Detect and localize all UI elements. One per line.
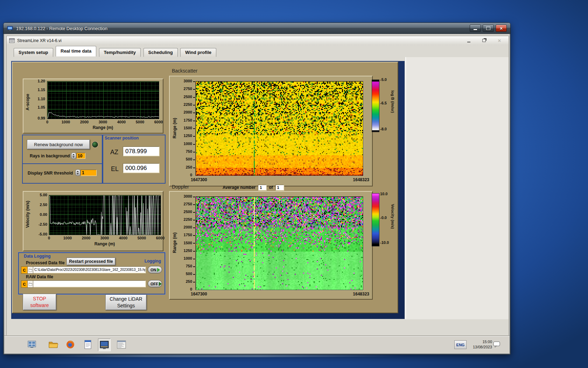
app-restore-button[interactable] (480, 38, 488, 43)
backscatter-tick-marks (193, 81, 195, 175)
y-tick-label: 2250 (177, 217, 192, 222)
raw-path-field[interactable] (33, 280, 146, 287)
el-value-field[interactable]: 000.096 (123, 163, 159, 173)
y-tick-label: 1.05 (30, 105, 45, 109)
taskbar-streamline-app-button[interactable] (98, 339, 111, 351)
average-number-row: Average number 1 of 1 (223, 185, 284, 190)
average-number-field[interactable]: 1 (258, 185, 266, 190)
backscatter-title: Backscatter (172, 68, 197, 74)
doppler-graph-frame: Range (m) 300027502500225020001750150012… (169, 191, 373, 300)
backscatter-cb-mid: -6.5 (380, 101, 387, 105)
processed-path-field[interactable]: C:\Lidar\Data\Proc\2023\202308\20230813\… (33, 266, 146, 273)
velocity-trace (49, 196, 161, 235)
velocity-y-axis-label: Velocity (m/s) (25, 200, 30, 228)
taskbar-clock[interactable]: 15:00 13/08/2023 (467, 339, 492, 350)
x-tick-label: 5000 (132, 120, 148, 124)
comment-bubble-icon (493, 341, 500, 348)
change-lidar-settings-button[interactable]: Change LiDAR Settings (105, 294, 147, 310)
y-tick-label: 3000 (177, 194, 192, 198)
backscatter-y-axis-label: Range (m) (172, 110, 177, 138)
processed-drive-selector[interactable]: C (21, 266, 28, 274)
processed-folder-browse-button[interactable] (27, 266, 33, 274)
y-tick-label: 5.00 (32, 193, 47, 197)
doppler-cb-mid: -0.0 (380, 216, 387, 220)
taskbar-show-desktop-button[interactable] (26, 339, 38, 350)
tab-wind-profile[interactable]: Wind profile (180, 48, 216, 57)
minimize-icon (474, 29, 477, 30)
y-tick-label: 1.10 (30, 97, 45, 101)
restart-processed-file-button[interactable]: Restart processed file (66, 258, 115, 265)
stop-software-button[interactable]: STOP software (23, 294, 56, 310)
y-tick-label: 1750 (177, 118, 192, 122)
clock-date: 13/08/2023 (467, 345, 492, 350)
close-icon: × (500, 26, 503, 31)
raw-folder-browse-button[interactable] (27, 280, 33, 288)
desktop-light-streak (31, 355, 410, 357)
processed-data-file-label: Processed Data file (26, 260, 65, 265)
taskbar-explorer-button[interactable] (47, 339, 59, 350)
app-titlebar[interactable]: StreamLine XR v14-6.vi × (7, 36, 509, 46)
rdp-maximize-button[interactable] (483, 25, 494, 32)
ascope-graph-frame: A-scope 1.201.151.101.050.99 01000200030… (23, 79, 163, 134)
taskbar-scan-scheduler-button[interactable] (115, 339, 127, 350)
backscatter-y-ticks: 3000275025002250200017501500125010007505… (177, 81, 192, 175)
y-tick-label: 1750 (177, 233, 192, 237)
taskbar-notification-button[interactable] (493, 341, 500, 348)
snr-spinner[interactable] (75, 169, 80, 176)
rdp-close-button[interactable]: × (496, 25, 507, 32)
ascope-y-ticks: 1.201.151.101.050.99 (30, 81, 45, 118)
taskbar-firefox-button[interactable] (64, 339, 76, 350)
tab-temp-humidity[interactable]: Temp/humidity (99, 48, 141, 57)
velocity-y-ticks: 5.002.500.00-2.50-5.00 (32, 195, 47, 234)
velocity-x-ticks: 0100020003000400050006000 (49, 236, 160, 241)
green-arrow-icon (157, 268, 160, 272)
labview-vi-icon (9, 38, 15, 43)
rays-spinner[interactable] (71, 152, 76, 159)
rdp-titlebar[interactable]: 192.168.0.122 - Remote Desktop Connectio… (4, 23, 510, 34)
y-tick-label: 3000 (177, 79, 192, 83)
y-tick-label: 2750 (177, 87, 192, 91)
snr-threshold-field[interactable]: 1 (80, 170, 97, 176)
raw-logging-off-button[interactable]: OFF (148, 280, 162, 287)
restore-icon (482, 39, 486, 42)
y-tick-label: 1000 (177, 142, 192, 146)
velocity-x-axis-label: Range (m) (49, 241, 160, 246)
average-total-field[interactable]: 1 (275, 185, 284, 190)
tab-real-time-data[interactable]: Real time data (56, 46, 96, 56)
taskbar-document-button[interactable] (82, 339, 94, 350)
y-tick-label: 250 (177, 279, 192, 284)
rdp-minimize-button[interactable] (470, 25, 481, 32)
az-value-field[interactable]: 078.999 (123, 146, 159, 156)
renew-background-button[interactable]: Renew background now (27, 139, 90, 149)
language-bar-eng[interactable]: ENG (454, 340, 467, 349)
green-arrow-icon (159, 282, 162, 286)
processed-logging-on-button[interactable]: ON (148, 266, 162, 273)
y-tick-label: 1.20 (30, 79, 45, 83)
velocity-plot (49, 195, 161, 235)
doppler-cb-max: 10.0 (380, 192, 387, 196)
app-close-button[interactable]: × (495, 38, 504, 43)
y-tick-label: 0.00 (32, 212, 47, 217)
y-tick-label: 2500 (177, 95, 192, 99)
folder-icon (29, 282, 32, 286)
y-tick-label: 2.50 (32, 203, 47, 207)
tab-scheduling[interactable]: Scheduling (144, 48, 178, 57)
x-tick-label: 2000 (77, 120, 92, 124)
backscatter-x-start: 1647300 (191, 177, 207, 182)
doppler-cb-min: -10.0 (380, 240, 389, 245)
folder-icon (29, 268, 32, 272)
y-tick-label: 1000 (177, 256, 192, 260)
of-label: of (269, 185, 273, 190)
tab-system-setup[interactable]: System setup (14, 48, 53, 57)
backscatter-cb-max: -5.0 (380, 77, 387, 82)
rays-in-background-field[interactable]: 10 (76, 153, 85, 159)
scanner-position-frame: Scanner position AZ 078.999 EL 000.096 (103, 135, 166, 184)
rdp-window-title: 192.168.0.122 - Remote Desktop Connectio… (16, 26, 107, 31)
raw-drive-selector[interactable]: C (21, 280, 28, 288)
y-tick-label: 500 (177, 157, 192, 161)
y-tick-label: 2750 (177, 202, 192, 206)
x-tick-label: 4000 (114, 120, 129, 124)
x-tick-label: 1000 (60, 236, 75, 240)
app-minimize-button[interactable] (464, 38, 473, 43)
doppler-x-start: 1647300 (191, 292, 207, 297)
